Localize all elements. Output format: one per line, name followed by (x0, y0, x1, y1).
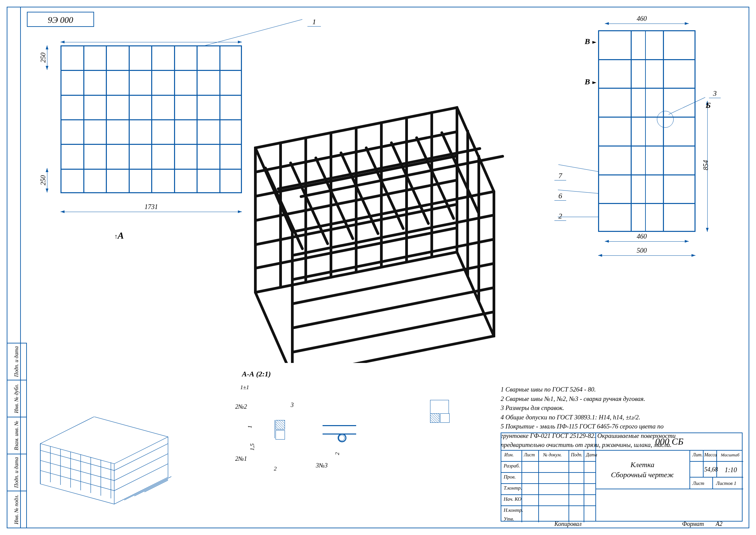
position-marker: 6 (554, 192, 566, 201)
detail-b (323, 422, 366, 455)
section-mark: В (585, 77, 590, 86)
note-line: 1 Сварные швы по ГОСТ 5264 - 80. (501, 385, 736, 394)
weld-label: 2№2 (235, 403, 247, 410)
detail-mark: Б (706, 101, 711, 110)
dim-value: 500 (637, 247, 647, 254)
drawing-code-tag: 9Э 000 (27, 12, 94, 27)
arrow-icon (706, 228, 709, 232)
tb-role: Утв. (502, 515, 515, 523)
arrow-icon (60, 41, 65, 43)
isometric-view (27, 417, 181, 518)
weld-label: 2№1 (235, 455, 247, 462)
tb-head: Изм. (503, 451, 515, 459)
dim-line (605, 241, 689, 242)
dim-value: 460 (637, 15, 647, 23)
tb-name: Сборочный чертеж (595, 469, 689, 480)
arrow-icon (46, 66, 48, 70)
tb-code: 000 СБ (595, 435, 743, 448)
title-block: 000 СБ Изм. Лист № докум. Подп. Дата Раз… (501, 433, 743, 522)
weld-label: 3№3 (316, 462, 328, 469)
tb-head: Подп. (570, 451, 584, 459)
note-line: 4 Общие допуски по ГОСТ 30893.1: H14, h1… (501, 413, 736, 422)
tb-head: Лит. (691, 451, 703, 459)
dim-value: 250 (39, 53, 47, 63)
note-line: 3 Размеры для справок. (501, 403, 736, 413)
arrow-icon (592, 81, 596, 84)
sidebar-stamp: Подп. и дата Инв. № дубл. Взам. инв. № П… (7, 343, 27, 528)
tb-role: Нач. КО (502, 495, 523, 503)
footer-value: А2 (716, 521, 722, 528)
tb-sheets: Листов 1 (715, 480, 738, 487)
arrow-icon (685, 240, 689, 243)
sidebar-cell: Подп. и дата (13, 346, 19, 377)
arrow-icon (691, 254, 696, 257)
sidebar-cell: Инв. № дубл. (13, 384, 19, 413)
footer-label: Копировал (554, 521, 582, 528)
sidebar-cell: Взам. инв. № (13, 421, 19, 450)
arrow-icon (46, 168, 48, 172)
section-mark: В (585, 37, 590, 46)
arrow-icon (46, 189, 48, 193)
position-marker: 2 (554, 212, 566, 221)
iso-svg (27, 417, 181, 518)
dim-value: 854 (702, 160, 710, 170)
position-marker: 7 (554, 171, 566, 180)
note-line: 2 Сварные швы №1, №2, №3 - сварка ручная… (501, 394, 736, 404)
arrow-icon (60, 210, 65, 213)
sidebar-cell: Инв. № подл. (13, 495, 19, 524)
tb-role: Н.контр. (502, 506, 524, 514)
position-marker: 3 (709, 89, 721, 98)
arrow-icon (605, 240, 609, 243)
arrow-icon (238, 41, 242, 43)
rendered-3d-view (215, 60, 517, 363)
side-view (598, 30, 696, 232)
dim-value: 2 (274, 465, 277, 472)
tb-mass: 54,68 (703, 465, 718, 474)
view-arrow-label: ↑А (114, 230, 124, 241)
tb-head: № докум. (542, 451, 563, 459)
dim-line (605, 24, 689, 24)
dim-value: 1 (247, 425, 253, 428)
arrow-icon (592, 41, 596, 44)
dim-line (60, 212, 242, 212)
dim-value: 2 (334, 452, 341, 455)
dim-value: 1,5 (249, 443, 256, 450)
front-view (60, 45, 242, 193)
dim-value: 250 (39, 175, 47, 186)
section-label: А-А (2:1) (242, 370, 271, 378)
tb-name: Клетка (595, 459, 689, 470)
arrow-icon (598, 254, 602, 257)
position-marker: 1 (307, 17, 321, 27)
tb-head: Масштаб (718, 451, 742, 459)
tb-role: Пров. (502, 473, 517, 481)
arrow-icon (685, 22, 689, 25)
dim-value: 1731 (144, 203, 158, 211)
dim-line (598, 255, 696, 256)
detail-circle-icon (657, 111, 674, 128)
arrow-icon (605, 22, 609, 25)
tb-scale: 1:10 (719, 465, 743, 475)
tb-role: Разраб. (502, 462, 521, 470)
tb-head: Лист (522, 451, 536, 459)
tb-head: Дата (585, 451, 598, 459)
dim-value: 1±1 (240, 384, 249, 391)
tb-role: Т.контр. (502, 484, 523, 492)
sidebar-cell: Подп. и дата (13, 457, 19, 488)
pos-marker: 3 (291, 402, 294, 409)
tb-sheet: Лист (691, 480, 706, 487)
detail-c (420, 400, 467, 447)
arrow-icon (46, 45, 48, 49)
footer-label: Формат (682, 521, 704, 528)
detail-a (262, 400, 292, 450)
note-line: 5 Покрытие - эмаль ПФ-115 ГОСТ 6465-76 с… (501, 422, 736, 431)
dim-value: 460 (637, 233, 647, 240)
tb-head: Масса (703, 451, 718, 459)
dim-line (60, 42, 242, 42)
